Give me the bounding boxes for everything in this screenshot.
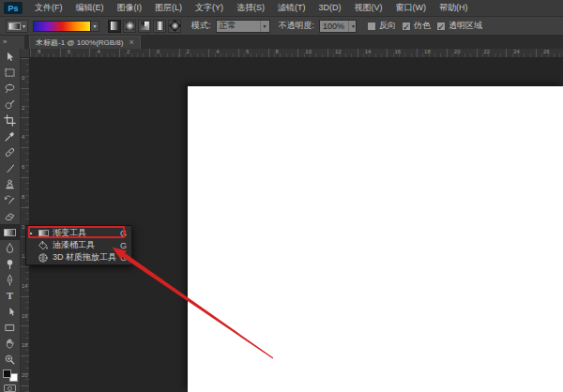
mode-label: 模式: [191, 20, 211, 32]
opacity-label: 不透明度: [279, 20, 315, 32]
ruler-number: 8 [22, 194, 24, 200]
ruler-number: 4 [22, 134, 24, 140]
menu-item-image[interactable]: 图像(I) [111, 0, 149, 16]
dither-checkbox-label: 仿色 [414, 20, 431, 32]
menu-items: 文件(F)编辑(E)图像(I)图层(L)文字(Y)选择(S)滤镜(T)3D(D)… [28, 0, 475, 16]
tool-pen[interactable] [0, 272, 20, 288]
menu-item-window[interactable]: 窗口(W) [389, 0, 434, 16]
ruler-number: 26 [543, 49, 550, 54]
menu-item-help[interactable]: 帮助(H) [433, 0, 475, 16]
gradient-preview[interactable] [33, 21, 91, 32]
flyout-item-paint-bucket-tool[interactable]: 油漆桶工具G [26, 239, 131, 251]
document-tab[interactable]: 未标题-1 @ 100%(RGB/8) × [29, 36, 141, 49]
gradient-type-diamond-icon [169, 20, 181, 32]
reverse-checkbox-label: 反向 [379, 20, 396, 32]
ruler-number: 2 [187, 49, 190, 54]
gradient-type-diamond-button[interactable] [168, 20, 181, 33]
tool-hand[interactable] [0, 336, 20, 352]
menu-item-3d[interactable]: 3D(D) [312, 0, 348, 16]
ruler-number: 6 [246, 49, 249, 54]
menu-bar: Ps 文件(F)编辑(E)图像(I)图层(L)文字(Y)选择(S)滤镜(T)3D… [0, 0, 563, 17]
ruler-number: 4 [97, 49, 99, 54]
3d-material-icon [37, 252, 50, 264]
tool-brush[interactable] [0, 160, 20, 176]
ruler-number: 8 [276, 49, 279, 54]
mode-select[interactable]: 正常 ▾ [216, 20, 270, 33]
tool-preset-picker[interactable]: ▾ [6, 20, 28, 33]
toolbar-collapse-icon[interactable]: » [0, 36, 24, 49]
flyout-item-shortcut: G [120, 253, 127, 263]
dither-checkbox-box[interactable]: ✓ [402, 22, 411, 31]
menu-item-file[interactable]: 文件(F) [28, 0, 69, 16]
photoshop-window: Ps 文件(F)编辑(E)图像(I)图层(L)文字(Y)选择(S)滤镜(T)3D… [0, 0, 563, 392]
tool-zoom[interactable] [0, 352, 20, 368]
opacity-select[interactable]: 100% ▾ [319, 20, 357, 33]
gradient-type-angle-button[interactable] [138, 20, 151, 33]
gradient-type-radial-button[interactable] [123, 20, 136, 33]
reverse-checkbox-box[interactable] [367, 22, 376, 31]
tool-bar: T [0, 49, 21, 392]
tool-options-bar: ▾ ▾ 模式: 正常 ▾ 不透明度: 100% ▾ 反向✓仿色✓透明区域 [0, 17, 563, 36]
tool-type[interactable]: T [0, 288, 20, 304]
tool-dodge[interactable] [0, 256, 20, 272]
tool-marquee[interactable] [0, 65, 20, 81]
tool-eraser[interactable] [0, 208, 20, 224]
tool-blur[interactable] [0, 240, 20, 256]
paint-bucket-icon [37, 240, 50, 251]
mode-value: 正常 [220, 20, 256, 32]
ruler-number: 12 [335, 49, 342, 54]
flyout-item-label: 3D 材质拖放工具 [53, 251, 116, 264]
gradient-type-linear-button[interactable] [108, 20, 121, 33]
dither-checkbox[interactable]: ✓仿色 [402, 20, 431, 32]
tool-quick-select[interactable] [0, 97, 20, 113]
tab-strip: » 未标题-1 @ 100%(RGB/8) × [0, 36, 563, 49]
tool-crop[interactable] [0, 113, 20, 128]
gradient-picker-arrow[interactable]: ▾ [91, 21, 99, 32]
quick-mask-button[interactable] [4, 384, 16, 392]
ruler-number: 24 [513, 49, 520, 54]
tool-gradient[interactable] [0, 224, 20, 240]
tool-clone-stamp[interactable] [0, 176, 20, 192]
reverse-checkbox[interactable]: 反向 [367, 20, 396, 32]
ruler-number: 8 [38, 49, 40, 54]
tool-spot-healing[interactable] [0, 144, 20, 160]
tool-move[interactable] [0, 49, 20, 65]
menu-item-layer[interactable]: 图层(L) [148, 0, 189, 16]
gradient-type-reflected-button[interactable] [153, 20, 166, 33]
ruler-number: 4 [216, 49, 219, 54]
tool-rectangle[interactable] [0, 320, 20, 336]
foreground-color-swatch[interactable] [3, 369, 11, 378]
transparency-checkbox-box[interactable]: ✓ [436, 22, 446, 31]
main-area: T 864202468101214161820222426 0246810121… [0, 49, 563, 392]
menu-item-filter[interactable]: 滤镜(T) [271, 0, 312, 16]
ruler-number: 0 [22, 75, 24, 81]
chevron-down-icon: ▾ [260, 21, 266, 32]
menu-item-view[interactable]: 视图(V) [348, 0, 389, 16]
transparency-checkbox[interactable]: ✓透明区域 [436, 20, 482, 32]
tool-preset-gradient-icon [8, 23, 21, 30]
ruler-number: 14 [22, 283, 28, 289]
tool-path-select[interactable] [0, 304, 20, 320]
tool-eyedropper[interactable] [0, 128, 20, 144]
gradient-type-angle-icon [141, 22, 149, 30]
menu-item-edit[interactable]: 编辑(E) [69, 0, 111, 16]
quick-mask-icon [8, 386, 12, 391]
svg-text:T: T [7, 291, 13, 301]
tool-history-brush[interactable] [0, 192, 20, 208]
chevron-down-icon: ▾ [348, 21, 355, 32]
ruler-number: 16 [22, 313, 28, 319]
close-icon[interactable]: × [129, 38, 133, 47]
menu-item-select[interactable]: 选择(S) [230, 0, 271, 16]
color-swatches[interactable] [3, 369, 18, 382]
gradient-editor[interactable]: ▾ [33, 21, 99, 32]
menu-item-type[interactable]: 文字(Y) [189, 0, 230, 16]
tool-lasso[interactable] [0, 81, 20, 97]
ruler-number: 18 [424, 49, 431, 54]
ruler-number: 20 [454, 49, 461, 54]
ruler-number: 22 [484, 49, 491, 54]
ruler-number: 0 [157, 49, 160, 54]
annotation-highlight-box [28, 226, 125, 238]
canvas[interactable] [188, 86, 563, 392]
horizontal-ruler: 864202468101214161820222426 [30, 49, 563, 58]
flyout-item-3d-material-drop-tool[interactable]: 3D 材质拖放工具G [26, 251, 131, 264]
